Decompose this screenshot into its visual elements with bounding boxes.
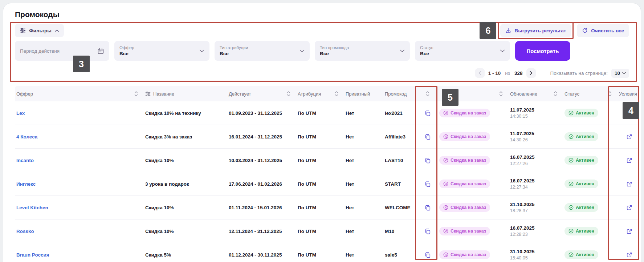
updated-date: 31.10.2025 — [510, 202, 560, 207]
table-row: 4 Колеса Скидка 3% на заказ 16.01.2024 -… — [15, 125, 639, 149]
copy-promocode-button[interactable] — [424, 180, 432, 188]
promo-private: Нет — [344, 229, 383, 234]
status-label: Активен — [576, 110, 594, 116]
offer-cell: Incanto — [15, 158, 144, 163]
status-badge: Активен — [564, 132, 598, 141]
pagination-next-button[interactable] — [526, 68, 536, 78]
conditions-cell — [617, 204, 639, 211]
conditions-link-button[interactable] — [625, 157, 633, 164]
check-circle-icon — [568, 158, 574, 163]
updated-cell: 31.10.2025 15:40:05 — [509, 249, 563, 261]
copy-promocode-button[interactable] — [424, 204, 432, 211]
offer-link[interactable]: Rossko — [16, 229, 34, 234]
promocode-type-filter[interactable]: Тип промокода Все — [315, 41, 410, 61]
status-filter[interactable]: Статус Все — [415, 41, 510, 61]
offer-link[interactable]: Braun Россия — [16, 252, 49, 258]
filters-toggle-button[interactable]: Фильтры — [15, 24, 64, 37]
copy-promocode-button[interactable] — [424, 227, 432, 235]
promo-type-badge: Скидка на заказ — [439, 203, 490, 212]
promo-type-label: Скидка на заказ — [451, 252, 486, 257]
conditions-link-button[interactable] — [625, 109, 633, 117]
offer-link[interactable]: Инглекс — [16, 181, 36, 187]
promo-type-badge: Скидка на заказ — [439, 250, 490, 259]
promo-attribution: По UTM — [296, 252, 344, 258]
pagination-total: 328 — [514, 70, 523, 76]
copy-promocode-button[interactable] — [424, 157, 432, 164]
offer-filter[interactable]: Оффер Все — [114, 41, 209, 61]
promo-private: Нет — [344, 252, 383, 258]
updated-time: 12:27:26 — [510, 161, 560, 166]
conditions-link-button[interactable] — [625, 180, 633, 188]
per-page-label: Показывать на странице: — [550, 70, 608, 76]
promo-private: Нет — [344, 134, 383, 140]
offer-link[interactable]: Incanto — [16, 158, 34, 163]
column-header-updated[interactable]: Обновление — [509, 86, 563, 101]
status-cell: Активен — [563, 227, 617, 235]
column-header-offer[interactable]: Оффер — [15, 86, 144, 101]
status-badge: Активен — [564, 109, 598, 117]
column-header-attribution-label: Атрибуция — [298, 91, 321, 97]
updated-date: 11.07.2025 — [510, 107, 560, 113]
status-filter-value: Все — [420, 51, 433, 56]
copy-icon — [425, 228, 431, 234]
copy-promocode-button[interactable] — [424, 133, 432, 141]
type-cell: Скидка на заказ — [438, 227, 509, 235]
conditions-link-button[interactable] — [625, 133, 633, 141]
column-header-copy[interactable] — [416, 86, 438, 101]
offer-link[interactable]: Level Kitchen — [16, 205, 48, 210]
type-cell: Скидка на заказ — [438, 132, 509, 141]
percent-circle-icon — [443, 205, 448, 210]
promo-name: 3 урока в подарок — [144, 181, 227, 187]
conditions-link-button[interactable] — [625, 204, 633, 211]
pagination-prev-button[interactable] — [475, 68, 485, 78]
chevron-down-icon — [199, 49, 204, 52]
copy-icon — [425, 110, 431, 116]
per-page-select[interactable]: 10 — [611, 69, 629, 78]
view-button[interactable]: Посмотреть — [515, 41, 570, 61]
chevron-down-icon — [299, 49, 305, 52]
table-body: Lex Скидка 10% на технику 01.09.2023 - 3… — [15, 101, 639, 262]
clear-all-button[interactable]: Очистить все — [577, 24, 629, 37]
updated-cell: 16.07.2025 12:28:23 — [509, 225, 563, 237]
promo-attribution: По UTM — [296, 181, 344, 187]
promo-name: Скидка 10% на технику — [144, 110, 227, 116]
column-header-name-label: Название — [153, 91, 174, 97]
status-label: Активен — [576, 229, 594, 234]
export-results-button[interactable]: Выгрузить результат 6 — [500, 24, 571, 37]
promo-type-label: Скидка на заказ — [451, 229, 486, 234]
status-label: Активен — [576, 181, 594, 186]
chevron-down-icon — [500, 49, 505, 52]
conditions-link-button[interactable] — [625, 251, 633, 259]
column-header-type[interactable] — [438, 86, 509, 101]
column-header-active[interactable]: Действует — [227, 86, 296, 101]
conditions-cell — [617, 109, 639, 117]
column-header-name[interactable]: Название — [144, 86, 227, 101]
updated-cell: 11.07.2025 14:30:15 — [509, 107, 563, 119]
updated-time: 12:28:23 — [510, 232, 560, 237]
copy-cell — [416, 157, 438, 164]
updated-time: 12:27:34 — [510, 185, 560, 190]
period-filter[interactable]: Период действия — [15, 41, 109, 61]
sort-icon — [335, 91, 338, 97]
column-header-conditions-label: Условия — [619, 91, 637, 97]
offer-link[interactable]: 4 Колеса — [16, 134, 37, 140]
conditions-cell — [617, 251, 639, 259]
copy-promocode-button[interactable] — [424, 109, 432, 117]
copy-promocode-button[interactable] — [424, 251, 432, 259]
conditions-link-button[interactable] — [625, 227, 633, 235]
copy-cell — [416, 109, 438, 117]
promocodes-table: Оффер Название Действует Атрибуция Прива… — [15, 86, 639, 262]
status-label: Активен — [576, 134, 594, 139]
export-icon — [505, 28, 511, 33]
status-filter-label: Статус — [420, 45, 433, 50]
sort-icon — [554, 91, 557, 97]
offer-link[interactable]: Lex — [16, 110, 25, 116]
column-header-offer-label: Оффер — [16, 91, 33, 97]
column-header-status[interactable]: Статус — [563, 86, 617, 101]
attribution-type-filter[interactable]: Тип атрибуции Все — [215, 41, 310, 61]
column-header-attribution[interactable]: Атрибуция — [296, 86, 344, 101]
copy-icon — [425, 181, 431, 187]
sort-icon — [499, 91, 503, 97]
promo-code: sale5 — [383, 252, 416, 258]
status-label: Активен — [576, 252, 594, 257]
